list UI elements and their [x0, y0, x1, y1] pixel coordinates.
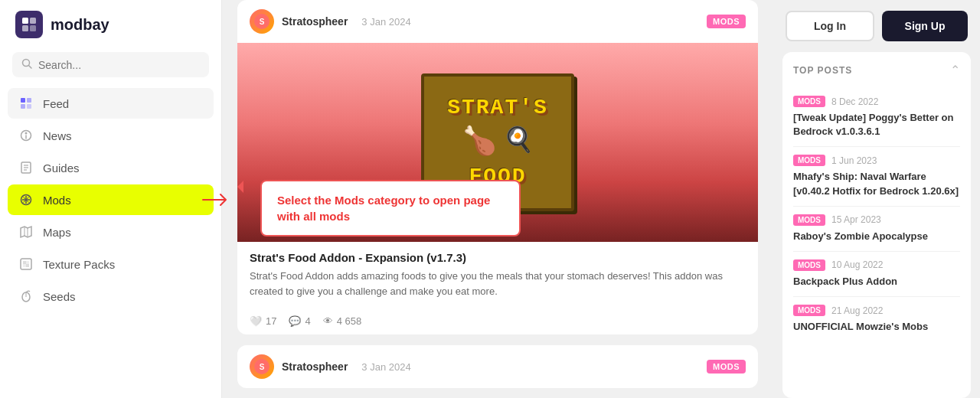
top-post-meta-5: MODS 21 Aug 2022 [793, 305, 960, 316]
sidebar-label-seeds: Seeds [43, 290, 76, 303]
sidebar-item-maps[interactable]: Maps [8, 217, 214, 247]
post-badge-1: MODS [707, 15, 746, 28]
top-post-title-2: Mhafy's Ship: Naval Warfare [v0.40.2 Hot… [793, 170, 960, 197]
sidebar: modbay Feed [0, 0, 222, 398]
sidebar-label-texture-packs: Texture Packs [43, 258, 115, 271]
views-count: 4 658 [337, 315, 362, 327]
search-input[interactable] [38, 59, 200, 71]
eye-icon: 👁 [323, 315, 333, 327]
maps-icon [18, 224, 34, 240]
top-post-item-1[interactable]: MODS 8 Dec 2022 [Tweak Update] Poggy's B… [793, 88, 960, 147]
author-avatar-1: S [250, 9, 274, 34]
svg-line-5 [29, 66, 32, 69]
svg-rect-26 [23, 261, 26, 264]
top-post-badge-3: MODS [793, 214, 825, 226]
auth-buttons: Log In Sign Up [773, 0, 980, 52]
post-excerpt-1: Strat's Food Addon adds amazing foods to… [250, 269, 746, 298]
svg-rect-0 [22, 18, 28, 24]
top-post-meta-2: MODS 1 Jun 2023 [793, 155, 960, 166]
news-icon [18, 128, 34, 143]
svg-rect-1 [30, 18, 36, 24]
top-posts-panel: TOP POSTS ⌃ MODS 8 Dec 2022 [Tweak Updat… [782, 52, 971, 398]
post-author-2: S Stratospheer 3 Jan 2024 [250, 354, 411, 379]
comment-icon: 💬 [289, 315, 301, 327]
top-posts-title: TOP POSTS [793, 65, 852, 76]
top-post-date-4: 10 Aug 2022 [831, 259, 883, 270]
top-post-date-5: 21 Aug 2022 [831, 305, 883, 316]
views-stat: 👁 4 658 [323, 315, 362, 327]
sidebar-label-guides: Guides [43, 161, 80, 175]
top-post-item-5[interactable]: MODS 21 Aug 2022 UNOFFICIAL Mowzie's Mob… [793, 297, 960, 341]
svg-rect-3 [30, 25, 36, 31]
sidebar-label-mods: Mods [43, 194, 71, 207]
sidebar-item-texture-packs[interactable]: Texture Packs [8, 249, 214, 279]
sidebar-item-feed[interactable]: Feed [8, 88, 214, 119]
top-post-badge-5: MODS [793, 305, 825, 316]
logo-text: modbay [51, 16, 109, 34]
svg-rect-6 [21, 98, 25, 103]
sidebar-label-maps: Maps [43, 226, 71, 239]
author-name-1: Stratospheer [282, 15, 348, 28]
post-title-1: Strat's Food Addon - Expansion (v1.7.3) [250, 251, 746, 264]
sidebar-label-news: News [43, 129, 72, 142]
svg-rect-9 [27, 104, 31, 109]
svg-rect-28 [23, 264, 26, 267]
search-icon [21, 58, 32, 71]
sidebar-item-news[interactable]: News [8, 120, 214, 151]
login-button[interactable]: Log In [786, 11, 874, 41]
nav-items: Feed News Guide [0, 88, 221, 312]
mods-icon [18, 192, 34, 207]
svg-rect-27 [26, 264, 29, 267]
top-post-date-1: 8 Dec 2022 [831, 96, 878, 107]
top-posts-toggle[interactable]: ⌃ [950, 63, 960, 77]
author-avatar-2: S [250, 354, 274, 379]
top-post-badge-1: MODS [793, 96, 825, 107]
mods-row-wrapper: Mods Select the Mods category to open pa… [8, 184, 214, 215]
svg-text:S: S [260, 18, 265, 26]
top-posts-header: TOP POSTS ⌃ [793, 63, 960, 77]
post-date-2: 3 Jan 2024 [361, 361, 410, 373]
seeds-icon [18, 289, 34, 304]
sidebar-label-feed: Feed [43, 97, 69, 110]
food-title-strats: STRAT'S [447, 97, 548, 119]
logo-area: modbay [0, 0, 221, 49]
svg-rect-29 [26, 261, 29, 264]
top-post-title-5: UNOFFICIAL Mowzie's Mobs [793, 320, 960, 334]
likes-stat: 🤍 17 [250, 315, 276, 327]
post-card-2: S Stratospheer 3 Jan 2024 MODS [237, 345, 758, 388]
svg-rect-2 [22, 25, 28, 31]
svg-point-11 [25, 132, 28, 135]
top-post-date-3: 15 Apr 2023 [831, 214, 881, 225]
comments-stat: 💬 4 [289, 315, 310, 327]
post-body-1: Strat's Food Addon - Expansion (v1.7.3) … [237, 242, 758, 308]
post-stats-1: 🤍 17 💬 4 👁 4 658 [237, 308, 758, 334]
top-post-meta-1: MODS 8 Dec 2022 [793, 96, 960, 107]
top-post-item-3[interactable]: MODS 15 Apr 2023 Raboy's Zombie Apocalyp… [793, 207, 960, 252]
sidebar-item-guides[interactable]: Guides [8, 152, 214, 183]
post-card-1: S Stratospheer 3 Jan 2024 MODS STRAT'S 🍗… [237, 0, 758, 334]
sidebar-item-seeds[interactable]: Seeds [8, 281, 214, 312]
comments-count: 4 [305, 315, 310, 327]
sidebar-item-mods[interactable]: Mods [8, 184, 214, 215]
top-post-meta-4: MODS 10 Aug 2022 [793, 259, 960, 271]
svg-text:S: S [260, 363, 265, 371]
top-post-title-3: Raboy's Zombie Apocalypse [793, 230, 960, 243]
top-post-item-4[interactable]: MODS 10 Aug 2022 Backpack Plus Addon [793, 252, 960, 297]
chicken-icon: 🍗 [462, 125, 497, 157]
search-box[interactable] [12, 52, 209, 77]
tooltip-text: Select the Mods category to open page wi… [277, 194, 490, 223]
top-post-item-2[interactable]: MODS 1 Jun 2023 Mhafy's Ship: Naval Warf… [793, 147, 960, 206]
top-post-title-4: Backpack Plus Addon [793, 275, 960, 289]
signup-button[interactable]: Sign Up [882, 11, 968, 41]
top-post-badge-4: MODS [793, 259, 825, 271]
likes-count: 17 [266, 315, 276, 327]
post-header-1: S Stratospheer 3 Jan 2024 MODS [237, 0, 758, 43]
right-panel: Log In Sign Up TOP POSTS ⌃ MODS 8 Dec 20… [773, 0, 980, 398]
pan-icon: 🍳 [503, 125, 534, 157]
top-post-date-2: 1 Jun 2023 [831, 155, 877, 166]
tooltip-callout: Select the Mods category to open page wi… [260, 180, 521, 237]
texture-icon [18, 256, 34, 272]
feed-icon [18, 96, 34, 111]
post-author-1: S Stratospheer 3 Jan 2024 [250, 9, 411, 34]
post-date-1: 3 Jan 2024 [361, 16, 410, 28]
